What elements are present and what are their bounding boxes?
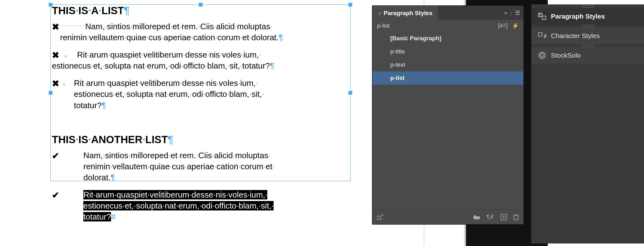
check-bullet-icon: ✔	[52, 150, 61, 183]
check-bullet-icon: ✔	[52, 189, 61, 222]
paragraph-styles-panel[interactable]: ◇ Paragraph Styles » | ☰ p-list [a+] ⚡ […	[372, 6, 524, 224]
panel-menu-icon[interactable]: ☰	[515, 9, 520, 16]
list-item[interactable]: ✖ » Rit·arum·quaspiet·velitiberum·desse·…	[52, 78, 349, 111]
divider: |	[510, 9, 512, 16]
svg-rect-6	[542, 16, 546, 20]
end-of-story-mark: #	[111, 212, 115, 221]
heading-1-text: THIS·IS·A·LIST	[52, 5, 124, 16]
panel-footer: ¶✗	[373, 210, 523, 224]
document-text[interactable]: THIS·IS·A·LIST¶ ✖ ········· Nam,·sintios…	[51, 5, 350, 222]
list-item[interactable]: ✖ » Rit·arum·quaspiet·velitiberum·desse·…	[52, 49, 349, 71]
svg-text:¶: ¶	[539, 13, 541, 17]
right-dock[interactable]: ¶ Paragraph Styles A Character Styles St…	[531, 4, 644, 243]
collapse-panel-icon[interactable]: »	[504, 10, 507, 16]
character-a-icon: A	[538, 32, 547, 39]
heading-2[interactable]: THIS·IS·ANOTHER·LIST¶	[52, 134, 349, 146]
text-frame[interactable]: THIS·IS·A·LIST¶ ✖ ········· Nam,·sintios…	[50, 4, 351, 181]
dock-item-label: Paragraph Styles	[551, 13, 605, 20]
list-item-text: Rit·arum·quaspiet·velitiberum·desse·nis·…	[52, 49, 349, 71]
style-item-p-text[interactable]: p-text	[373, 58, 523, 71]
frame-handle[interactable]	[49, 3, 53, 7]
current-style-row: p-list [a+] ⚡	[373, 20, 523, 32]
quick-apply-lightning-icon[interactable]: ⚡	[512, 22, 519, 29]
style-item-p-list[interactable]: p-list	[373, 71, 523, 85]
style-item-p-title[interactable]: p-title	[373, 45, 523, 58]
panel-tab-paragraph-styles[interactable]: ◇ Paragraph Styles	[373, 6, 438, 20]
svg-rect-9	[538, 33, 542, 36]
frame-handle[interactable]	[348, 91, 352, 95]
list-item-text: Rit·arum·quaspiet·velitiberum·desse·nis·…	[74, 78, 349, 111]
tab-guillemet-mark: »	[61, 78, 74, 111]
svg-point-11	[539, 52, 545, 59]
svg-text:A: A	[544, 34, 546, 39]
heading-2-text: THIS·IS·ANOTHER·LIST	[52, 134, 168, 145]
frame-handle[interactable]	[348, 3, 352, 7]
stocksolo-icon	[538, 52, 547, 59]
add-mapping-icon[interactable]	[377, 214, 383, 220]
cross-bullet-icon: ✖	[52, 78, 61, 111]
frame-handle[interactable]	[49, 91, 53, 95]
dock-item-character-styles[interactable]: A Character Styles	[531, 28, 644, 44]
list-item-text: Nam,·sintios·milloreped·et·rem.·Ciis·ali…	[83, 150, 349, 183]
dock-gripper[interactable]	[531, 4, 644, 8]
dock-item-label: StockSolo	[551, 52, 581, 59]
frame-handle[interactable]	[199, 3, 203, 7]
chevron-updown-icon: ◇	[378, 11, 381, 15]
paragraph-styles-list[interactable]: [Basic Paragraph] p-title p-text p-list	[373, 32, 523, 210]
delete-style-trash-icon[interactable]	[513, 214, 519, 220]
pilcrow-frame-icon: ¶	[538, 13, 547, 20]
pilcrow-mark: ¶	[168, 134, 174, 145]
list-item[interactable]: ✖ ········· Nam,·sintios·milloreped·et·r…	[52, 21, 349, 43]
svg-rect-0	[377, 216, 381, 219]
current-style-name: p-list	[377, 22, 390, 29]
clear-overrides-icon[interactable]: ¶✗	[486, 214, 494, 221]
list-item-text-selected: Rit·arum·quaspiet·velitiberum·desse·nis·…	[83, 189, 349, 222]
document-canvas[interactable]: THIS·IS·A·LIST¶ ✖ ········· Nam,·sintios…	[0, 0, 365, 246]
dock-item-label: Character Styles	[551, 32, 600, 40]
list-item-text: Nam,·sintios·milloreped·et·rem.·Ciis·ali…	[60, 21, 349, 43]
pilcrow-mark: ¶	[124, 5, 130, 16]
override-highlighter-icon[interactable]: [a+]	[498, 22, 508, 29]
new-style-group-icon[interactable]	[473, 215, 480, 220]
style-item-basic-paragraph[interactable]: [Basic Paragraph]	[373, 32, 523, 45]
create-new-style-icon[interactable]	[501, 214, 507, 220]
panel-tab-row: ◇ Paragraph Styles » | ☰	[373, 6, 523, 20]
list-item[interactable]: ✔ Nam,·sintios·milloreped·et·rem.·Ciis·a…	[52, 150, 349, 183]
panels-area: ◇ Paragraph Styles » | ☰ p-list [a+] ⚡ […	[365, 0, 644, 246]
dock-item-stocksolo[interactable]: StockSolo	[531, 47, 644, 64]
list-item-selected[interactable]: ✔ Rit·arum·quaspiet·velitiberum·desse·ni…	[52, 189, 349, 222]
panel-title: Paragraph Styles	[384, 10, 432, 17]
svg-point-12	[541, 54, 544, 57]
dock-item-paragraph-styles[interactable]: ¶ Paragraph Styles	[531, 8, 644, 25]
